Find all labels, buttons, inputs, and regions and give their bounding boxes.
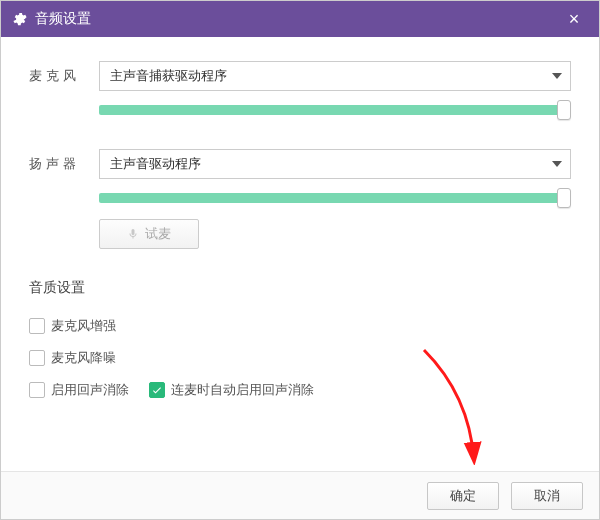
speaker-volume-slider[interactable] [99, 189, 571, 207]
test-mic-button[interactable]: 试麦 [99, 219, 199, 249]
ok-button[interactable]: 确定 [427, 482, 499, 510]
footer: 确定 取消 [1, 471, 599, 519]
checkbox-box [29, 318, 45, 334]
speaker-label: 扬声器 [29, 155, 99, 173]
echo-cancel-label: 启用回声消除 [51, 381, 129, 399]
quality-section-title: 音质设置 [29, 279, 571, 297]
cancel-label: 取消 [534, 487, 560, 505]
mic-label: 麦克风 [29, 67, 99, 85]
audio-settings-window: 音频设置 × 麦克风 主声音捕获驱动程序 扬声器 主声音驱动程序 [0, 0, 600, 520]
close-icon[interactable]: × [559, 1, 589, 37]
mic-volume-row [29, 101, 571, 119]
mic-slider-track [99, 105, 571, 115]
mic-noise-checkbox[interactable]: 麦克风降噪 [29, 349, 116, 367]
titlebar: 音频设置 × [1, 1, 599, 37]
mic-boost-checkbox[interactable]: 麦克风增强 [29, 317, 116, 335]
cancel-button[interactable]: 取消 [511, 482, 583, 510]
test-mic-row: 试麦 [29, 219, 571, 249]
gear-icon [11, 11, 27, 27]
speaker-slider-thumb[interactable] [557, 188, 571, 208]
speaker-device-value: 主声音驱动程序 [110, 155, 201, 173]
checkbox-box [29, 350, 45, 366]
mic-boost-label: 麦克风增强 [51, 317, 116, 335]
test-mic-label: 试麦 [145, 225, 171, 243]
caret-down-icon [552, 161, 562, 167]
speaker-device-select[interactable]: 主声音驱动程序 [99, 149, 571, 179]
speaker-slider-track [99, 193, 571, 203]
caret-down-icon [552, 73, 562, 79]
checkbox-box [149, 382, 165, 398]
mic-volume-slider[interactable] [99, 101, 571, 119]
mic-icon [127, 228, 139, 240]
content-area: 麦克风 主声音捕获驱动程序 扬声器 主声音驱动程序 [1, 37, 599, 471]
echo-cancel-checkbox[interactable]: 启用回声消除 [29, 381, 129, 399]
mic-slider-thumb[interactable] [557, 100, 571, 120]
mic-row: 麦克风 主声音捕获驱动程序 [29, 61, 571, 91]
ok-label: 确定 [450, 487, 476, 505]
mic-device-select[interactable]: 主声音捕获驱动程序 [99, 61, 571, 91]
checkbox-box [29, 382, 45, 398]
speaker-row: 扬声器 主声音驱动程序 [29, 149, 571, 179]
mic-noise-label: 麦克风降噪 [51, 349, 116, 367]
auto-echo-label: 连麦时自动启用回声消除 [171, 381, 314, 399]
auto-echo-checkbox[interactable]: 连麦时自动启用回声消除 [149, 381, 314, 399]
mic-device-value: 主声音捕获驱动程序 [110, 67, 227, 85]
window-title: 音频设置 [35, 10, 91, 28]
speaker-volume-row [29, 189, 571, 207]
